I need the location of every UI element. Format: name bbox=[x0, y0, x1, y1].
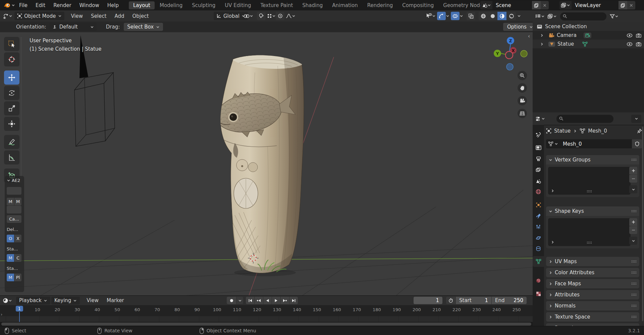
properties-options-dropdown[interactable] bbox=[631, 115, 641, 123]
breadcrumb-data-label[interactable]: Mesh_0 bbox=[588, 128, 607, 134]
navigation-gizmo[interactable]: Z Y X bbox=[483, 33, 533, 71]
menu-select[interactable]: Select bbox=[87, 13, 110, 19]
ruler-frame-190[interactable]: 190 bbox=[393, 307, 401, 312]
vertex-group-remove-button[interactable] bbox=[629, 175, 637, 183]
tab-object[interactable] bbox=[533, 199, 544, 210]
timeline-scrollbar-handle[interactable] bbox=[1, 323, 531, 326]
tool-scale[interactable] bbox=[4, 101, 19, 115]
show-overlays-toggle[interactable] bbox=[451, 12, 460, 20]
transform-orientation-dropdown[interactable]: Global bbox=[214, 12, 248, 20]
shading-solid-button[interactable] bbox=[488, 12, 497, 20]
tab-tool[interactable] bbox=[533, 129, 544, 140]
pan-hand-button[interactable] bbox=[518, 83, 527, 93]
panel-grip[interactable] bbox=[631, 158, 637, 161]
panel-attributes[interactable]: Attributes bbox=[546, 290, 639, 299]
ae2-button-1[interactable] bbox=[7, 187, 21, 195]
falloff-dropdown[interactable] bbox=[285, 13, 296, 18]
ruler-frame-50[interactable]: 50 bbox=[114, 307, 120, 312]
outliner-search-input[interactable] bbox=[567, 14, 604, 19]
ae2-button-c[interactable]: C bbox=[14, 254, 21, 262]
current-frame-field[interactable]: 1 bbox=[414, 297, 442, 304]
ae2-button-o[interactable]: O bbox=[7, 235, 14, 242]
panel-grip[interactable] bbox=[631, 210, 637, 212]
panel-remesh[interactable]: Remesh bbox=[546, 323, 639, 326]
proportional-edit-button[interactable] bbox=[276, 12, 284, 20]
tool-annotate[interactable] bbox=[4, 135, 19, 149]
ruler-frame-80[interactable]: 80 bbox=[174, 307, 180, 312]
ae2-panel-header[interactable]: AE2 bbox=[7, 178, 22, 183]
menu-add[interactable]: Add bbox=[110, 13, 128, 19]
timeline-ruler[interactable]: 1102030405060708090100110120130140150160… bbox=[0, 305, 533, 316]
shading-rendered-button[interactable] bbox=[507, 12, 516, 20]
outliner-filter-button[interactable] bbox=[610, 14, 619, 19]
tool-measure[interactable] bbox=[4, 150, 19, 164]
tab-animation[interactable]: Animation bbox=[328, 2, 362, 8]
end-frame-field[interactable]: End 250 bbox=[492, 297, 527, 304]
ruler-frame-1[interactable]: 1 bbox=[16, 306, 23, 312]
scene-unlink-button[interactable] bbox=[541, 1, 549, 9]
panel-header-vertex-groups[interactable]: Vertex Groups bbox=[546, 155, 639, 164]
menu-view[interactable]: View bbox=[67, 13, 87, 19]
viewlayer-remove-button[interactable] bbox=[627, 1, 635, 9]
tab-modifiers[interactable] bbox=[533, 210, 544, 221]
scene-new-button[interactable] bbox=[532, 1, 541, 9]
menu-file[interactable]: File bbox=[15, 2, 32, 8]
shading-dropdown-chevron[interactable] bbox=[517, 14, 521, 18]
menu-window[interactable]: Window bbox=[75, 2, 103, 8]
ruler-frame-40[interactable]: 40 bbox=[95, 307, 100, 312]
shape-keys-list[interactable] bbox=[548, 218, 631, 246]
object-visibility-dropdown[interactable] bbox=[425, 13, 436, 19]
ruler-frame-120[interactable]: 120 bbox=[253, 307, 261, 312]
panel-grip[interactable] bbox=[631, 316, 637, 318]
tool-move[interactable] bbox=[4, 70, 19, 85]
tab-layout[interactable]: Layout bbox=[129, 1, 155, 9]
ae2-button-m3[interactable]: M bbox=[7, 254, 14, 262]
auto-keyframe-button[interactable] bbox=[227, 297, 236, 304]
orientation-value-dropdown[interactable]: Default bbox=[50, 23, 97, 31]
tab-shading[interactable]: Shading bbox=[298, 2, 327, 8]
options-button[interactable]: Options bbox=[503, 23, 537, 31]
tool-transform[interactable] bbox=[4, 117, 19, 131]
ruler-frame-220[interactable]: 220 bbox=[452, 307, 461, 312]
ruler-frame-160[interactable]: 160 bbox=[333, 307, 341, 312]
ruler-frame-170[interactable]: 170 bbox=[353, 307, 361, 312]
outliner-search[interactable] bbox=[560, 12, 606, 20]
ae2-button-m4[interactable]: M bbox=[7, 274, 14, 281]
camera-view-button[interactable] bbox=[518, 96, 527, 105]
shape-key-specials-button[interactable] bbox=[629, 237, 637, 245]
tab-particles[interactable] bbox=[533, 222, 544, 232]
keying-dropdown[interactable]: Keying bbox=[51, 297, 80, 304]
ruler-frame-20[interactable]: 20 bbox=[55, 307, 60, 312]
properties-search-input[interactable] bbox=[564, 116, 611, 122]
panel-header-shape-keys[interactable]: Shape Keys bbox=[546, 206, 639, 216]
hide-viewport-eye-icon[interactable] bbox=[627, 33, 633, 38]
timeline-tracks[interactable] bbox=[0, 316, 533, 322]
viewport-canvas[interactable]: User Perspective (1) Scene Collection | … bbox=[0, 32, 533, 296]
shape-key-remove-button[interactable] bbox=[629, 226, 637, 234]
tab-modeling[interactable]: Modeling bbox=[155, 2, 187, 8]
next-keyframe-button[interactable] bbox=[281, 297, 289, 304]
show-gizmos-toggle[interactable] bbox=[437, 12, 446, 20]
tool-select-box[interactable] bbox=[4, 37, 19, 51]
ruler-frame-210[interactable]: 210 bbox=[433, 307, 441, 312]
tab-sculpting[interactable]: Sculpting bbox=[187, 2, 220, 8]
ae2-button-ca[interactable]: Ca... bbox=[7, 215, 21, 223]
drag-value-dropdown[interactable]: Select Box bbox=[124, 23, 163, 31]
panel-grip[interactable] bbox=[631, 282, 637, 285]
mesh-name-input[interactable] bbox=[560, 139, 632, 148]
ruler-frame-240[interactable]: 240 bbox=[492, 307, 501, 312]
panel-grip[interactable] bbox=[631, 304, 637, 307]
shading-wireframe-button[interactable] bbox=[479, 12, 488, 20]
panel-texture-space[interactable]: Texture Space bbox=[546, 312, 639, 322]
outliner-row-statue[interactable]: Statue bbox=[533, 40, 644, 48]
ruler-frame-200[interactable]: 200 bbox=[413, 307, 421, 312]
tab-physics[interactable] bbox=[533, 233, 544, 243]
outliner-row-scene-collection[interactable]: Scene Collection bbox=[533, 22, 644, 31]
panel-uv-maps[interactable]: UV Maps bbox=[546, 257, 639, 266]
timeline-menu-view[interactable]: View bbox=[83, 297, 103, 303]
ae2-button-m1[interactable]: M bbox=[7, 198, 14, 205]
properties-search[interactable] bbox=[556, 115, 613, 123]
mesh-id-browse-button[interactable] bbox=[546, 139, 560, 148]
tab-render[interactable] bbox=[533, 142, 544, 153]
outliner-display-mode-button[interactable] bbox=[547, 14, 557, 19]
